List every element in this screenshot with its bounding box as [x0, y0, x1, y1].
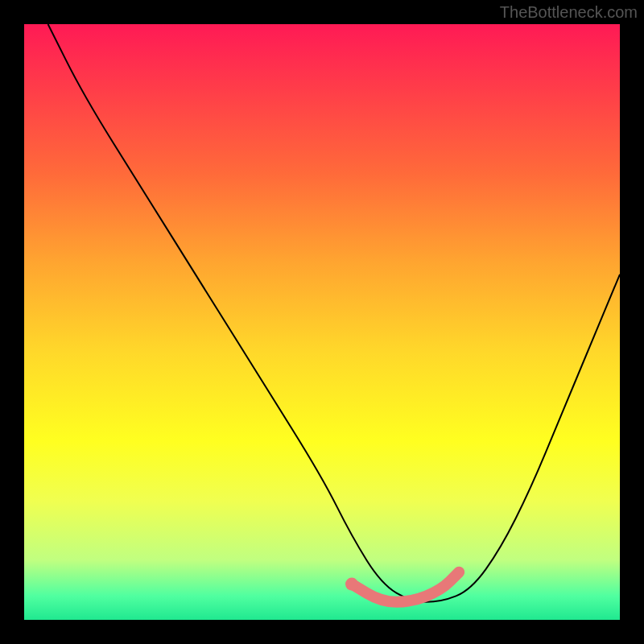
highlight-dot	[345, 578, 358, 591]
main-curve	[48, 24, 620, 602]
watermark-text: TheBottleneck.com	[500, 3, 638, 22]
chart-svg	[24, 24, 620, 620]
highlight-segment	[352, 572, 459, 602]
chart-plot-area	[24, 24, 620, 620]
